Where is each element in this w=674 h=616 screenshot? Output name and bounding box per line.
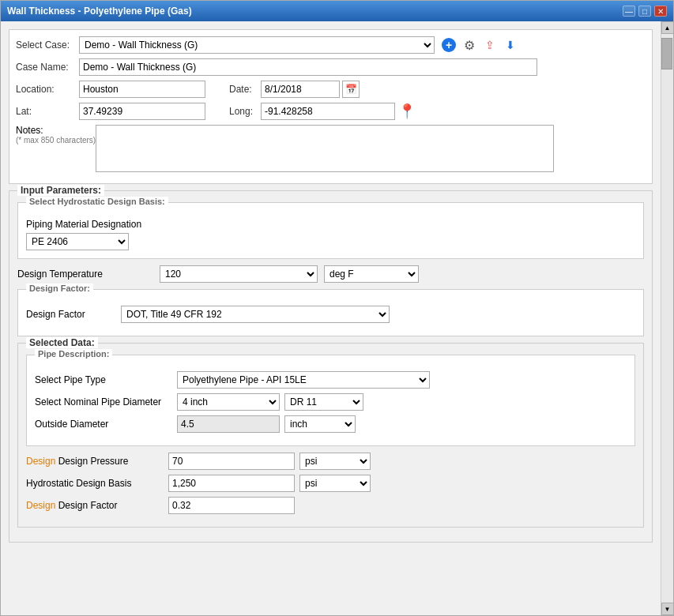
- pipe-type-dropdown[interactable]: Polyethylene Pipe - API 15LE: [177, 371, 430, 389]
- design-factor-dropdown[interactable]: DOT, Title 49 CFR 192: [121, 306, 390, 323]
- design-factor-result-label: Design Design Factor: [26, 500, 168, 511]
- window-controls: — □ ✕: [623, 6, 667, 17]
- input-parameters-legend: Input Parameters:: [17, 185, 104, 196]
- pipe-description-group: Pipe Description: Select Pipe Type Polye…: [26, 355, 635, 446]
- location-date-row: Location: Date: 📅: [16, 81, 646, 98]
- title-bar: Wall Thickness - Polyethylene Pipe (Gas)…: [1, 1, 673, 21]
- main-panel: Select Case: Demo - Wall Thickness (G) +…: [1, 21, 661, 615]
- piping-material-group: Piping Material Designation PE 2406: [26, 219, 635, 250]
- selected-data-legend: Selected Data:: [26, 337, 98, 348]
- share-button[interactable]: ⇪: [482, 37, 498, 53]
- content-area: Select Case: Demo - Wall Thickness (G) +…: [1, 21, 673, 615]
- nominal-dia-label: Select Nominal Pipe Diameter: [35, 396, 177, 408]
- calendar-button[interactable]: 📅: [342, 81, 360, 98]
- scroll-up-button[interactable]: ▲: [661, 21, 674, 34]
- lat-label: Lat:: [16, 106, 79, 117]
- design-factor-legend: Design Factor:: [26, 284, 93, 293]
- add-case-button[interactable]: +: [441, 37, 457, 53]
- pipe-description-legend: Pipe Description:: [35, 349, 112, 359]
- design-temp-unit-dropdown[interactable]: deg F: [324, 265, 419, 283]
- map-pin-icon[interactable]: 📍: [398, 103, 416, 120]
- scrollbar-track[interactable]: [661, 34, 673, 603]
- lat-input[interactable]: [79, 103, 205, 120]
- hydrostatic-basis-label: Hydrostatic Design Basis: [26, 478, 168, 489]
- design-pressure-unit-dropdown[interactable]: psi: [299, 453, 371, 470]
- piping-material-label: Piping Material Designation: [26, 219, 635, 230]
- plus-icon: +: [442, 38, 456, 52]
- notes-textarea[interactable]: [96, 125, 554, 172]
- outside-dia-row: Outside Diameter inch: [35, 415, 627, 433]
- dr-dropdown[interactable]: DR 11: [284, 393, 363, 411]
- case-name-row: Case Name:: [16, 58, 646, 76]
- design-temp-label: Design Temperature: [17, 269, 160, 280]
- date-label: Date:: [229, 84, 261, 95]
- piping-material-dropdown[interactable]: PE 2406: [26, 233, 129, 250]
- case-name-input[interactable]: [79, 58, 537, 76]
- design-factor-label: Design Factor: [26, 309, 121, 320]
- outside-dia-input: [177, 415, 280, 433]
- hydrostatic-basis-input[interactable]: [168, 475, 295, 492]
- scroll-down-button[interactable]: ▼: [661, 603, 674, 615]
- design-factor-group: Design Factor: Design Factor DOT, Title …: [17, 289, 644, 336]
- location-label: Location:: [16, 84, 79, 95]
- toolbar-icons: + ⚙ ⇪ ⬇: [441, 37, 518, 53]
- location-input[interactable]: [79, 81, 205, 98]
- long-input[interactable]: [261, 103, 395, 120]
- select-case-dropdown[interactable]: Demo - Wall Thickness (G): [79, 36, 435, 54]
- main-window: Wall Thickness - Polyethylene Pipe (Gas)…: [0, 0, 674, 616]
- pipe-type-row: Select Pipe Type Polyethylene Pipe - API…: [35, 371, 627, 389]
- case-name-label: Case Name:: [16, 62, 79, 73]
- design-pressure-row: Design Design Pressure psi: [26, 453, 635, 470]
- nominal-dia-dropdown[interactable]: 4 inch: [177, 393, 280, 411]
- design-factor-result-row: Design Design Factor: [26, 497, 635, 514]
- notes-label: Notes:: [16, 125, 96, 136]
- window-title: Wall Thickness - Polyethylene Pipe (Gas): [7, 6, 192, 17]
- design-factor-result-input[interactable]: [168, 497, 295, 514]
- lat-long-row: Lat: Long: 📍: [16, 103, 646, 120]
- hydrostatic-group: Select Hydrostatic Design Basis: Piping …: [17, 202, 644, 259]
- share-icon: ⇪: [485, 39, 495, 51]
- selected-data-section: Selected Data: Pipe Description: Select …: [17, 343, 644, 528]
- calendar-icon: 📅: [345, 84, 357, 95]
- design-factor-row: Design Factor DOT, Title 49 CFR 192: [26, 306, 635, 323]
- notes-row: Notes: (* max 850 characters): [16, 125, 646, 172]
- date-input[interactable]: [261, 81, 340, 98]
- notes-label-group: Notes: (* max 850 characters): [16, 125, 96, 145]
- gear-icon: ⚙: [464, 38, 475, 53]
- design-temp-dropdown[interactable]: 120: [160, 265, 318, 283]
- select-case-row: Select Case: Demo - Wall Thickness (G) +…: [16, 36, 646, 54]
- settings-button[interactable]: ⚙: [461, 37, 477, 53]
- download-button[interactable]: ⬇: [503, 37, 518, 53]
- pipe-type-label: Select Pipe Type: [35, 374, 177, 385]
- outside-dia-unit-dropdown[interactable]: inch: [284, 415, 356, 433]
- nominal-dia-row: Select Nominal Pipe Diameter 4 inch DR 1…: [35, 393, 627, 411]
- select-case-label: Select Case:: [16, 39, 79, 51]
- scrollbar: ▲ ▼: [661, 21, 673, 615]
- hydrostatic-basis-unit-dropdown[interactable]: psi: [299, 475, 371, 492]
- long-label: Long:: [229, 106, 261, 117]
- design-pressure-input[interactable]: [168, 453, 295, 470]
- hydrostatic-basis-row: Hydrostatic Design Basis psi: [26, 475, 635, 492]
- maximize-button[interactable]: □: [638, 6, 651, 17]
- notes-sublabel: (* max 850 characters): [16, 136, 96, 145]
- scrollbar-thumb[interactable]: [661, 38, 672, 69]
- minimize-button[interactable]: —: [623, 6, 635, 17]
- download-icon: ⬇: [506, 39, 515, 51]
- close-button[interactable]: ✕: [654, 6, 667, 17]
- outside-dia-label: Outside Diameter: [35, 419, 177, 430]
- design-pressure-label: Design Design Pressure: [26, 456, 168, 467]
- hydrostatic-legend: Select Hydrostatic Design Basis:: [26, 197, 168, 206]
- design-temp-row: Design Temperature 120 deg F: [17, 265, 644, 283]
- info-section: Select Case: Demo - Wall Thickness (G) +…: [9, 29, 653, 184]
- input-parameters-section: Input Parameters: Select Hydrostatic Des…: [9, 190, 653, 543]
